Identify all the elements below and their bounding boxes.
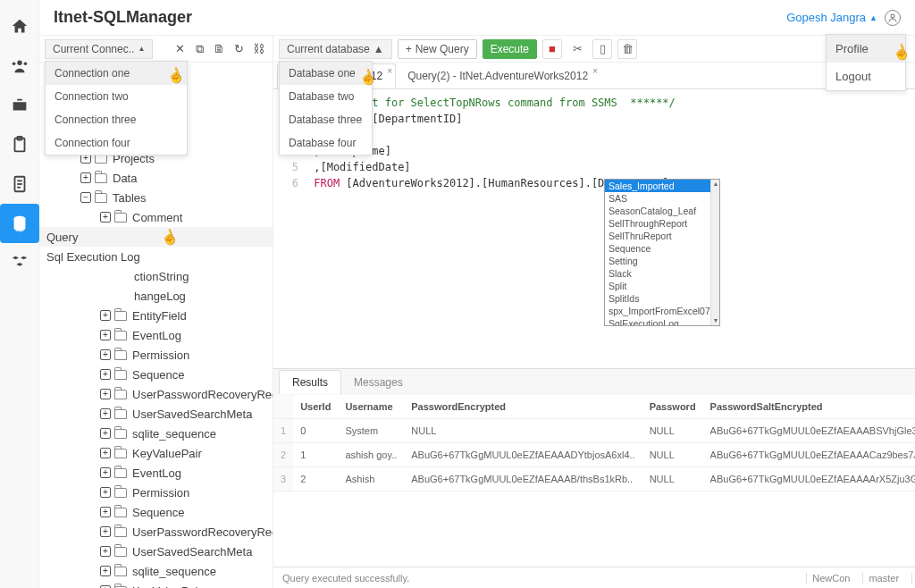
scrollbar[interactable]: ▴▾ xyxy=(710,180,719,325)
save-icon[interactable]: 🗎 xyxy=(210,40,228,58)
autocomplete-item[interactable]: Setting xyxy=(605,255,719,267)
device-icon[interactable]: ▯ xyxy=(592,39,612,59)
folder-icon xyxy=(114,390,127,399)
tree-node[interactable]: +UserPasswordRecoveryRequest xyxy=(39,522,273,542)
plus-icon: + xyxy=(406,43,412,55)
trash-icon[interactable]: 🗑 xyxy=(617,39,637,59)
autocomplete-popup: Sales_Imported SAS SeasonCatalog_Leaf Se… xyxy=(604,179,720,326)
autocomplete-item[interactable]: SeasonCatalog_Leaf xyxy=(605,205,719,217)
nav-document-icon[interactable] xyxy=(0,164,39,204)
autocomplete-item[interactable]: Sales_Imported xyxy=(605,180,719,192)
cursor-hand-icon: ☝ xyxy=(158,226,180,248)
connection-item[interactable]: Connection two xyxy=(46,85,187,108)
results-grid[interactable]: UserId Username PasswordEncrypted Passwo… xyxy=(273,395,915,567)
folder-icon xyxy=(114,488,127,498)
tree-node[interactable]: +sqlite_sequence xyxy=(39,424,273,443)
tree-node-query[interactable]: Query☝ xyxy=(39,227,273,247)
tree-node[interactable]: +UserSavedSearchMeta xyxy=(39,542,273,561)
tree-node[interactable]: ctionString xyxy=(39,266,273,286)
database-dropdown[interactable]: Current database ▲ xyxy=(279,39,392,59)
nav-home-icon[interactable] xyxy=(0,7,39,46)
user-dropdown: Profile Logout ☝ xyxy=(826,34,906,91)
folder-icon xyxy=(114,409,127,419)
messages-tab[interactable]: Messages xyxy=(341,371,416,394)
autocomplete-item[interactable]: SellThruReport xyxy=(605,230,719,242)
tree-node[interactable]: +Comment xyxy=(39,207,273,227)
tree-node[interactable]: +KeyValuePair xyxy=(39,581,273,588)
tree-node[interactable]: +Permission xyxy=(39,483,273,502)
tree-node[interactable]: +KeyValuePair xyxy=(39,443,273,463)
username: Gopesh Jangra xyxy=(786,11,866,24)
table-row[interactable]: 32AshishABuG6+67TkGgMUUL0eEZfAEAAAB/thsB… xyxy=(273,467,915,491)
autocomplete-item[interactable]: SellThroughReport xyxy=(605,217,719,230)
connection-dropdown-menu: Connection one Connection two Connection… xyxy=(45,61,188,155)
scissors-icon[interactable]: ✂ xyxy=(567,39,587,59)
execute-button[interactable]: Execute xyxy=(483,39,537,59)
user-menu-toggle[interactable]: Gopesh Jangra ▲ xyxy=(786,10,901,26)
avatar-icon xyxy=(885,10,901,26)
refresh-icon[interactable]: ↻ xyxy=(230,40,248,58)
query-tab[interactable]: Query(2) - ItNet.AdventureWorks2012× xyxy=(398,63,601,88)
autocomplete-item[interactable]: SplitIds xyxy=(605,292,719,305)
column-header[interactable]: PasswordEncrypted xyxy=(404,395,642,419)
connection-item[interactable]: Connection four xyxy=(46,131,187,155)
status-connection: NewCon xyxy=(806,573,855,584)
tree-node[interactable]: +Sequence xyxy=(39,502,273,522)
tree-node[interactable]: +UserPasswordRecoveryRequest xyxy=(39,384,273,404)
connection-item[interactable]: Connection three xyxy=(46,108,187,131)
column-header[interactable]: UserId xyxy=(293,395,338,419)
table-row[interactable]: 21ashish goy..ABuG6+67TkGgMUUL0eEZfAEAAA… xyxy=(273,443,915,467)
column-header[interactable]: Password xyxy=(642,395,703,419)
status-time: 00:00:00 xyxy=(911,573,915,584)
tree-node[interactable]: +UserSavedSearchMeta xyxy=(39,404,273,424)
nav-cubes-icon[interactable] xyxy=(0,243,39,282)
tree-node[interactable]: +sqlite_sequence xyxy=(39,561,273,581)
results-tab[interactable]: Results xyxy=(279,370,341,394)
nav-sql-icon[interactable]: SQL xyxy=(0,204,39,243)
stop-icon[interactable]: ■ xyxy=(542,39,562,59)
tree-node[interactable]: +Permission xyxy=(39,345,273,365)
close-icon[interactable]: ✕ xyxy=(171,40,189,58)
svg-point-2 xyxy=(24,62,28,65)
autocomplete-item[interactable]: Slack xyxy=(605,267,719,280)
close-tab-icon[interactable]: × xyxy=(592,66,598,76)
connection-dropdown[interactable]: Current Connec.. ▲ xyxy=(45,39,153,59)
autocomplete-item[interactable]: spx_ImportFromExcel07 xyxy=(605,305,719,317)
database-item[interactable]: Database four xyxy=(280,131,372,155)
folder-icon xyxy=(114,350,127,360)
link-icon[interactable]: ⛓ xyxy=(249,40,267,58)
caret-up-icon: ▲ xyxy=(869,13,877,22)
status-message: Query executed successfully. xyxy=(282,573,409,584)
folder-icon xyxy=(95,173,107,183)
database-dropdown-menu: Database one Database two Database three… xyxy=(279,61,373,155)
tree-node-data[interactable]: +Data xyxy=(39,168,273,188)
new-query-button[interactable]: +New Query xyxy=(398,39,477,59)
tree-node-sel[interactable]: Sql Execution Log xyxy=(39,247,273,266)
logout-menu-item[interactable]: Logout xyxy=(827,63,905,90)
tree-node[interactable]: hangeLog xyxy=(39,286,273,306)
nav-clipboard-icon[interactable] xyxy=(0,125,39,164)
table-row[interactable]: 10SystemNULLNULLABuG6+67TkGgMUUL0eEZfAEA… xyxy=(273,419,915,443)
column-header[interactable]: Username xyxy=(338,395,404,419)
tree-node[interactable]: +Sequence xyxy=(39,365,273,384)
caret-up-icon: ▲ xyxy=(374,43,384,55)
close-tab-icon[interactable]: × xyxy=(387,66,392,76)
tree-node[interactable]: +EventLog xyxy=(39,325,273,345)
folder-icon xyxy=(95,193,107,203)
column-header[interactable]: PasswordSaltEncrypted xyxy=(703,395,915,419)
nav-users-icon[interactable] xyxy=(0,46,39,86)
database-item[interactable]: Database three xyxy=(280,108,372,131)
folder-icon xyxy=(114,527,127,537)
database-item[interactable]: Database two xyxy=(280,85,372,108)
autocomplete-item[interactable]: Sequence xyxy=(605,242,719,255)
autocomplete-item[interactable]: SAS xyxy=(605,192,719,205)
autocomplete-item[interactable]: Split xyxy=(605,280,719,292)
folder-icon xyxy=(114,331,127,340)
copy-icon[interactable]: ⧉ xyxy=(190,40,208,58)
tree-node-tables[interactable]: −Tables xyxy=(39,188,273,207)
autocomplete-item[interactable]: SqlExecutionLog xyxy=(605,317,719,326)
tree-node[interactable]: +EntityField xyxy=(39,306,273,325)
nav-briefcase-icon[interactable] xyxy=(0,86,39,125)
tree-node[interactable]: +EventLog xyxy=(39,463,273,483)
folder-icon xyxy=(114,429,127,439)
